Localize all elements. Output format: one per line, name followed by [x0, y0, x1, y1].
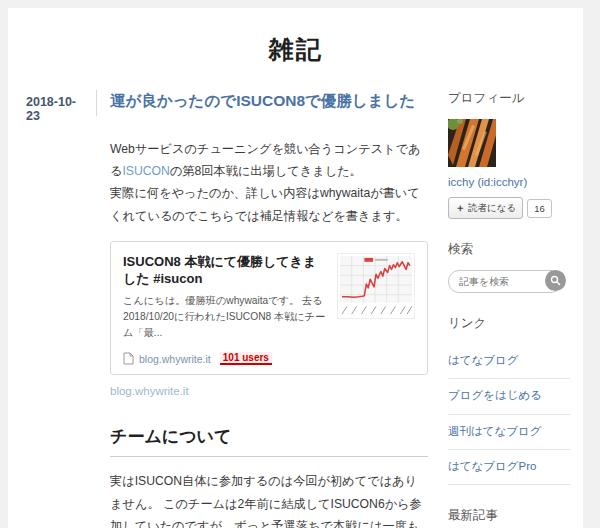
profile-avatar[interactable]: [448, 119, 496, 167]
sidebar: プロフィール icchy (id:icchyr) ＋読者になる 16: [448, 90, 570, 528]
links-list: はてなブログ ブログをはじめる 週刊はてなブログ はてなブログPro: [448, 344, 570, 485]
search-section: 検索: [448, 241, 570, 293]
profile-section: プロフィール icchy (id:icchyr) ＋読者になる 16: [448, 90, 570, 219]
link-hatena-blog-pro[interactable]: はてなブログPro: [448, 450, 570, 484]
list-item: 週刊はてなブログ: [448, 415, 570, 450]
blog-card-title: ISUCON8 本戦にて優勝してきました #isucon: [123, 253, 327, 288]
recent-entries-heading: 最新記事: [448, 507, 570, 524]
blog-card-footer: blog.whywrite.it 101 users: [123, 352, 415, 365]
main-column: 2018-10-23 運が良かったのでISUCON8で優勝しました Webサービ…: [20, 90, 428, 528]
search-icon: [550, 275, 561, 286]
entry-header: 2018-10-23 運が良かったのでISUCON8で優勝しました: [20, 90, 428, 123]
card-site-link[interactable]: blog.whywrite.it: [139, 353, 211, 365]
profile-name-link[interactable]: icchy (id:icchyr): [448, 176, 570, 188]
blog-card-top: ISUCON8 本戦にて優勝してきました #isucon こんにちは。優勝班のw…: [123, 253, 415, 341]
links-section: リンク はてなブログ ブログをはじめる 週刊はてなブログ はてなブログPro: [448, 315, 570, 485]
links-heading: リンク: [448, 315, 570, 332]
search-button[interactable]: [545, 270, 566, 291]
intro-text-post: の第8回本戦に出場してきました。: [170, 164, 362, 178]
reader-count-badge: 16: [527, 199, 552, 218]
isucon-inline-link[interactable]: ISUCON: [122, 164, 169, 178]
intro-paragraph-1: Webサービスのチューニングを競い合うコンテストであるISUCONの第8回本戦に…: [110, 138, 428, 182]
intro-paragraph-2: 実際に何をやったのか、詳しい内容はwhywaitaが書いてくれているのでこちらで…: [110, 182, 428, 226]
embedded-blog-card[interactable]: ISUCON8 本戦にて優勝してきました #isucon こんにちは。優勝班のw…: [110, 241, 428, 376]
search-form: [448, 270, 562, 293]
subscribe-button[interactable]: ＋読者になる: [448, 197, 523, 219]
entry-date[interactable]: 2018-10-23: [20, 90, 86, 123]
list-item: はてなブログ: [448, 344, 570, 379]
blog-page: 雑記 2018-10-23 運が良かったのでISUCON8で優勝しました Web…: [8, 8, 583, 528]
entry-title-link[interactable]: 運が良かったのでISUCON8で優勝しました: [110, 90, 415, 112]
entry-body: Webサービスのチューニングを競い合うコンテストであるISUCONの第8回本戦に…: [110, 138, 428, 528]
plus-icon: ＋: [455, 201, 465, 215]
document-icon: [123, 352, 134, 365]
list-item: ブログをはじめる: [448, 379, 570, 414]
subscribe-label: 読者になる: [468, 202, 516, 215]
section-body-team: 実はISUCON自体に参加するのは今回が初めてではありません。 このチームは2年…: [110, 470, 428, 528]
blog-title-link[interactable]: 雑記: [269, 35, 323, 63]
list-item: はてなブログPro: [448, 450, 570, 485]
section-heading-team: チームについて: [110, 425, 428, 457]
blog-card-description: こんにちは。優勝班のwhywaitaです。 去る2018/10/20に行われたI…: [123, 293, 327, 340]
card-thumbnail-chart: [337, 253, 415, 319]
card-source-url-link[interactable]: blog.whywrite.it: [110, 385, 189, 397]
hatena-bookmark-users-badge[interactable]: 101 users: [220, 352, 272, 365]
link-hatena-blog[interactable]: はてなブログ: [448, 344, 570, 378]
subscribe-row: ＋読者になる 16: [448, 197, 570, 219]
search-heading: 検索: [448, 241, 570, 258]
title-divider: [96, 90, 97, 116]
blog-header: 雑記: [8, 8, 583, 88]
link-weekly-hatena-blog[interactable]: 週刊はてなブログ: [448, 415, 570, 449]
recent-entries-section: 最新記事 2018年を振り返る whywaita Advent Calendar…: [448, 507, 570, 528]
content-layout: 2018-10-23 運が良かったのでISUCON8で優勝しました Webサービ…: [8, 88, 583, 528]
profile-heading: プロフィール: [448, 90, 570, 107]
blog-card-text: ISUCON8 本戦にて優勝してきました #isucon こんにちは。優勝班のw…: [123, 253, 337, 341]
link-start-blog[interactable]: ブログをはじめる: [448, 379, 570, 413]
